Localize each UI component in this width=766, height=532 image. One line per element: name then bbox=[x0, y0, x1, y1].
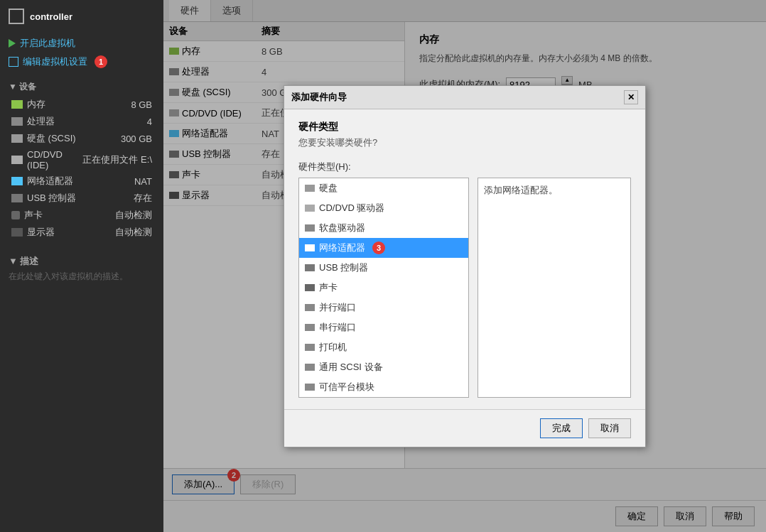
finish-button[interactable]: 完成 bbox=[540, 418, 583, 438]
display-icon bbox=[11, 228, 23, 237]
device-name-cddvd: CD/DVD (IDE) bbox=[27, 149, 78, 170]
usb-icon bbox=[11, 194, 23, 202]
hw-item-label: 打印机 bbox=[319, 341, 347, 354]
disk-icon bbox=[11, 134, 23, 143]
disk-icon bbox=[305, 185, 315, 192]
sound-icon bbox=[11, 211, 20, 219]
hw-item-label: CD/DVD 驱动器 bbox=[319, 202, 384, 215]
hw-item-label: 并行端口 bbox=[319, 301, 356, 314]
hw-desc-text: 添加网络适配器。 bbox=[484, 185, 558, 195]
modal-section-title: 硬件类型 bbox=[298, 121, 631, 134]
edit-vm-label: 编辑虚拟机设置 bbox=[23, 55, 87, 68]
hw-list-item-floppy[interactable]: 软盘驱动器 bbox=[299, 218, 468, 238]
device-value-cpu: 4 bbox=[147, 116, 152, 127]
sidebar-device-cddvd[interactable]: CD/DVD (IDE) 正在使用文件 E:\ bbox=[0, 147, 163, 173]
edit-icon bbox=[9, 57, 18, 67]
device-name-sound: 声卡 bbox=[24, 209, 111, 222]
hw-list-item-disk[interactable]: 硬盘 bbox=[299, 178, 468, 198]
desc-text: 在此处键入对该虚拟机的描述。 bbox=[9, 271, 155, 283]
sidebar-device-network[interactable]: 网络适配器 NAT bbox=[0, 173, 163, 190]
hw-list-item-cddvd[interactable]: CD/DVD 驱动器 bbox=[299, 198, 468, 218]
sidebar-device-display[interactable]: 显示器 自动检测 bbox=[0, 224, 163, 241]
modal-footer: 完成 取消 bbox=[284, 409, 645, 447]
hw-list-item-sound[interactable]: 声卡 bbox=[299, 278, 468, 298]
device-name-display: 显示器 bbox=[27, 226, 111, 239]
device-value-memory: 8 GB bbox=[131, 99, 152, 110]
hw-item-label: 串行端口 bbox=[319, 321, 356, 334]
add-hardware-modal: 添加硬件向导 ✕ 硬件类型 您要安装哪类硬件? 硬件类型(H): 硬盘CD/DV… bbox=[284, 85, 646, 447]
start-vm-action[interactable]: 开启此虚拟机 bbox=[9, 36, 155, 51]
hw-item-label: 可信平台模块 bbox=[319, 381, 374, 393]
serial-icon bbox=[305, 324, 315, 331]
parallel-icon bbox=[305, 304, 315, 311]
hw-type-label: 硬件类型(H): bbox=[298, 161, 631, 173]
sidebar-device-disk[interactable]: 硬盘 (SCSI) 300 GB bbox=[0, 130, 163, 147]
device-value-disk: 300 GB bbox=[121, 134, 152, 144]
device-value-network: NAT bbox=[134, 176, 152, 187]
modal-titlebar: 添加硬件向导 ✕ bbox=[284, 86, 645, 109]
start-vm-label: 开启此虚拟机 bbox=[20, 37, 75, 50]
edit-badge: 1 bbox=[95, 55, 107, 68]
sidebar-device-memory[interactable]: 内存 8 GB bbox=[0, 96, 163, 113]
modal-title: 添加硬件向导 bbox=[291, 91, 624, 104]
modal-close-button[interactable]: ✕ bbox=[624, 90, 638, 104]
sidebar: controller 开启此虚拟机 编辑虚拟机设置 1 ▼ 设备 内存 8 GB… bbox=[0, 0, 163, 532]
hw-list-item-serial[interactable]: 串行端口 bbox=[299, 317, 468, 337]
cd-icon bbox=[305, 205, 315, 212]
hw-item-label: 通用 SCSI 设备 bbox=[319, 361, 383, 374]
cddvd-icon bbox=[11, 156, 23, 164]
printer-icon bbox=[305, 344, 315, 351]
desc-title: ▼ 描述 bbox=[9, 255, 155, 268]
net-icon bbox=[305, 244, 315, 251]
hw-item-label: 硬盘 bbox=[319, 182, 338, 195]
device-name-disk: 硬盘 (SCSI) bbox=[27, 132, 117, 145]
hw-list-item-usb[interactable]: USB 控制器 bbox=[299, 258, 468, 278]
device-value-usb: 存在 bbox=[134, 192, 152, 205]
network-icon bbox=[11, 177, 23, 185]
device-value-cddvd: 正在使用文件 E:\ bbox=[82, 153, 152, 166]
sidebar-actions: 开启此虚拟机 编辑虚拟机设置 1 bbox=[0, 33, 163, 75]
modal-cancel-button[interactable]: 取消 bbox=[588, 418, 631, 438]
hw-list-item-network[interactable]: 网络适配器3 bbox=[299, 238, 468, 258]
hw-selected-badge: 3 bbox=[372, 241, 385, 254]
devices-section-title: ▼ 设备 bbox=[0, 75, 163, 96]
scsi-icon bbox=[305, 364, 315, 371]
vm-icon bbox=[9, 9, 24, 24]
device-name-network: 网络适配器 bbox=[27, 175, 130, 188]
usb-icon bbox=[305, 264, 315, 271]
tpm-icon bbox=[305, 384, 315, 391]
sound-icon bbox=[305, 284, 315, 291]
device-name-cpu: 处理器 bbox=[27, 115, 143, 128]
sidebar-device-cpu[interactable]: 处理器 4 bbox=[0, 113, 163, 130]
hw-item-label: USB 控制器 bbox=[319, 261, 368, 274]
modal-section-subtitle: 您要安装哪类硬件? bbox=[298, 136, 631, 149]
sidebar-device-list: 内存 8 GB 处理器 4 硬盘 (SCSI) 300 GB CD/DVD (I… bbox=[0, 96, 163, 241]
hw-item-label: 声卡 bbox=[319, 281, 338, 294]
hw-item-label: 网络适配器 bbox=[319, 241, 365, 254]
device-name-memory: 内存 bbox=[27, 98, 126, 111]
hw-list-item-scsi[interactable]: 通用 SCSI 设备 bbox=[299, 357, 468, 377]
hw-list-item-printer[interactable]: 打印机 bbox=[299, 337, 468, 357]
hw-item-label: 软盘驱动器 bbox=[319, 222, 365, 234]
hw-type-container: 硬盘CD/DVD 驱动器软盘驱动器网络适配器3USB 控制器声卡并行端口串行端口… bbox=[298, 178, 631, 398]
device-value-display: 自动检测 bbox=[115, 226, 152, 239]
edit-vm-action[interactable]: 编辑虚拟机设置 1 bbox=[9, 54, 155, 70]
hw-list-item-parallel[interactable]: 并行端口 bbox=[299, 298, 468, 317]
main-content: 硬件 选项 设备 摘要 内存8 GB处理器4硬盘 (SCSI)300 GBCD/… bbox=[163, 0, 766, 532]
device-value-sound: 自动检测 bbox=[115, 209, 152, 222]
play-icon bbox=[9, 39, 16, 48]
cpu-icon bbox=[11, 117, 23, 126]
hw-list-item-tpm[interactable]: 可信平台模块 bbox=[299, 377, 468, 397]
modal-body: 硬件类型 您要安装哪类硬件? 硬件类型(H): 硬盘CD/DVD 驱动器软盘驱动… bbox=[284, 109, 645, 409]
sidebar-device-usb[interactable]: USB 控制器 存在 bbox=[0, 190, 163, 207]
app-header: controller bbox=[0, 0, 163, 33]
modal-overlay: 添加硬件向导 ✕ 硬件类型 您要安装哪类硬件? 硬件类型(H): 硬盘CD/DV… bbox=[163, 0, 766, 532]
sidebar-device-sound[interactable]: 声卡 自动检测 bbox=[0, 207, 163, 224]
description-section: ▼ 描述 在此处键入对该虚拟机的描述。 bbox=[0, 246, 163, 291]
hw-desc-panel: 添加网络适配器。 bbox=[478, 178, 631, 398]
floppy-icon bbox=[305, 224, 315, 232]
device-name-usb: USB 控制器 bbox=[27, 192, 129, 205]
app-title: controller bbox=[30, 11, 72, 22]
memory-icon bbox=[11, 100, 23, 109]
hw-list: 硬盘CD/DVD 驱动器软盘驱动器网络适配器3USB 控制器声卡并行端口串行端口… bbox=[298, 178, 469, 398]
